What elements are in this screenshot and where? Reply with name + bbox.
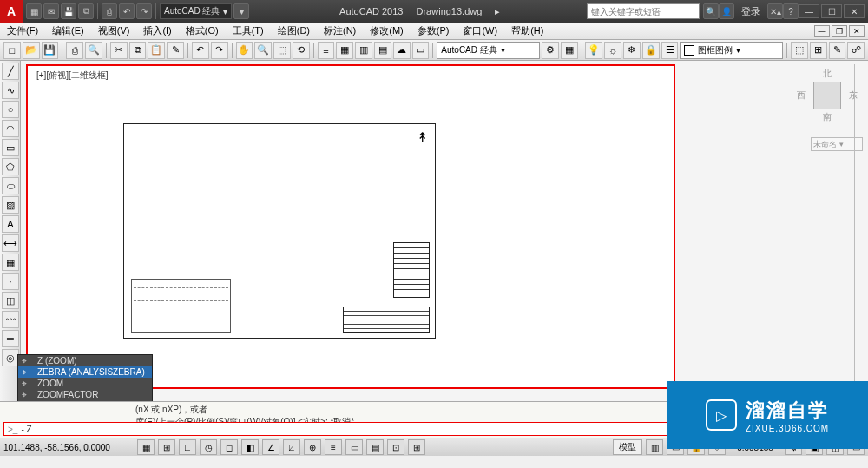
viewport-label[interactable]: [+][俯视][二维线框] xyxy=(36,69,108,82)
menu-item[interactable]: 编辑(E) xyxy=(45,23,91,39)
search-button-icon[interactable]: 🔍 xyxy=(703,3,719,19)
tool-paste-icon[interactable]: 📋 xyxy=(148,42,165,59)
viewcube-north[interactable]: 北 xyxy=(797,68,858,80)
tool-open-icon[interactable]: 📂 xyxy=(23,42,40,59)
tool-sheetset-icon[interactable]: ▤ xyxy=(374,42,391,59)
maximize-button[interactable]: ☐ xyxy=(821,4,842,18)
draw-point-icon[interactable]: · xyxy=(2,273,19,290)
viewcube-south[interactable]: 南 xyxy=(797,111,858,123)
tool-edit-icon[interactable]: ✎ xyxy=(829,42,846,59)
menu-item[interactable]: 参数(P) xyxy=(411,23,457,39)
draw-dim-icon[interactable]: ⟷ xyxy=(2,234,19,252)
draw-rect-icon[interactable]: ▭ xyxy=(2,139,19,156)
tool-redo-icon[interactable]: ↷ xyxy=(211,42,228,59)
tool-plot-icon[interactable]: ⎙ xyxy=(66,42,83,59)
draw-line-icon[interactable]: ╱ xyxy=(2,63,19,80)
dyn-toggle[interactable]: ⊕ xyxy=(304,439,321,455)
tool-copy-icon[interactable]: ⧉ xyxy=(129,42,147,59)
menu-item[interactable]: 帮助(H) xyxy=(504,23,550,39)
menu-item[interactable]: 修改(M) xyxy=(363,23,411,39)
menu-item[interactable]: 文件(F) xyxy=(0,23,45,39)
autocomplete-item[interactable]: ⌖ZOOMFACTOR xyxy=(18,389,152,400)
tool-layerstate-icon[interactable]: ☰ xyxy=(661,42,679,59)
otrack-toggle[interactable]: ∠ xyxy=(262,439,279,455)
am-toggle[interactable]: ⊞ xyxy=(408,439,425,455)
draw-hatch-icon[interactable]: ▨ xyxy=(2,196,19,214)
draw-region-icon[interactable]: ◫ xyxy=(2,292,19,309)
model-tab[interactable]: 模型 xyxy=(613,439,642,455)
viewcube-west[interactable]: 西 xyxy=(797,89,806,102)
right-scrollbar[interactable] xyxy=(854,64,866,389)
qat-new-icon[interactable]: ▦ xyxy=(26,3,42,19)
qat-more-icon[interactable]: ▾ xyxy=(233,3,249,19)
tool-layeriso-icon[interactable]: 💡 xyxy=(585,42,602,59)
draw-polygon-icon[interactable]: ⬠ xyxy=(2,158,19,175)
layer-dropdown[interactable]: 图框图例 ▾ xyxy=(680,42,783,59)
tool-preview-icon[interactable]: 🔍 xyxy=(85,42,102,59)
tool-markup-icon[interactable]: ☁ xyxy=(393,42,411,59)
autocomplete-item[interactable]: ⌖ZEBRA (ANALYSISZEBRA) xyxy=(18,366,152,378)
draw-spline-icon[interactable]: 〰 xyxy=(2,311,19,328)
tool-xref-icon[interactable]: ☍ xyxy=(847,42,865,59)
app-icon[interactable]: A xyxy=(0,0,23,23)
coordinates[interactable]: 101.1488, -58.1566, 0.0000 xyxy=(3,443,134,452)
tool-insert-icon[interactable]: ⊞ xyxy=(810,42,827,59)
osnap-toggle[interactable]: ◻ xyxy=(220,439,238,455)
workspace-dropdown-2[interactable]: AutoCAD 经典▾ xyxy=(437,42,540,59)
menu-item[interactable]: 绘图(D) xyxy=(271,23,317,39)
search-input[interactable] xyxy=(587,3,700,19)
tool-layerlock-icon[interactable]: 🔒 xyxy=(642,42,660,59)
menu-item[interactable]: 视图(V) xyxy=(91,23,137,39)
draw-circle-icon[interactable]: ○ xyxy=(2,101,19,118)
autocomplete-item[interactable]: ⌖Z (ZOOM) xyxy=(18,355,152,366)
sc-toggle[interactable]: ⊡ xyxy=(387,439,404,455)
viewcube-cube[interactable] xyxy=(813,82,841,109)
menu-item[interactable]: 标注(N) xyxy=(317,23,363,39)
tool-save-icon[interactable]: 💾 xyxy=(42,42,59,59)
ortho-toggle[interactable]: ∟ xyxy=(179,439,196,455)
qat-open-icon[interactable]: ✉ xyxy=(43,3,59,19)
tool-toolpalettes-icon[interactable]: ▥ xyxy=(355,42,372,59)
tool-quickcalc-icon[interactable]: ▭ xyxy=(412,42,430,59)
mdi-restore[interactable]: ❐ xyxy=(832,25,847,37)
snap-toggle[interactable]: ▦ xyxy=(137,439,155,455)
login-link[interactable]: 登录 xyxy=(741,5,760,18)
drawing-area[interactable]: [+][俯视][二维线框] ↟ 北 西 xyxy=(21,61,868,401)
qat-saveas-icon[interactable]: ⧉ xyxy=(78,3,94,19)
tool-ws-settings-icon[interactable]: ⚙ xyxy=(542,42,559,59)
command-input-text[interactable]: - Z xyxy=(21,425,31,434)
qat-redo-icon[interactable]: ↷ xyxy=(136,3,152,19)
autocomplete-item[interactable]: ⌖ZOOM xyxy=(18,378,152,389)
view-cube[interactable]: 北 西 东 南 xyxy=(797,68,858,123)
tool-layeroff-icon[interactable]: ☼ xyxy=(604,42,621,59)
tool-properties-icon[interactable]: ≡ xyxy=(318,42,335,59)
close-button[interactable]: ✕ xyxy=(844,4,865,18)
menu-item[interactable]: 插入(I) xyxy=(136,23,178,39)
grid-toggle[interactable]: ⊞ xyxy=(158,439,175,455)
menu-item[interactable]: 格式(O) xyxy=(179,23,226,39)
qat-undo-icon[interactable]: ↶ xyxy=(119,3,135,19)
tpy-toggle[interactable]: ▭ xyxy=(345,439,363,455)
qat-save-icon[interactable]: 💾 xyxy=(61,3,76,19)
draw-donut-icon[interactable]: ◎ xyxy=(2,349,19,366)
tool-zoomprev-icon[interactable]: ⟲ xyxy=(293,42,310,59)
tool-designcenter-icon[interactable]: ▦ xyxy=(336,42,353,59)
draw-pline-icon[interactable]: ∿ xyxy=(2,82,19,99)
tool-pan-icon[interactable]: ✋ xyxy=(236,42,253,59)
workspace-dropdown[interactable]: AutoCAD 经典 ▾ xyxy=(160,3,232,19)
help-icon[interactable]: ? xyxy=(783,3,799,19)
qp-toggle[interactable]: ▤ xyxy=(366,439,384,455)
menu-item[interactable]: 工具(T) xyxy=(226,23,271,39)
draw-arc-icon[interactable]: ◠ xyxy=(2,120,19,137)
tool-zoom-icon[interactable]: 🔍 xyxy=(254,42,272,59)
exchange-icon[interactable]: ✕▴ xyxy=(767,3,783,19)
draw-ellipse-icon[interactable]: ⬭ xyxy=(2,177,19,194)
layout-quick-icon[interactable]: ▥ xyxy=(646,439,663,455)
lwt-toggle[interactable]: ≡ xyxy=(325,439,342,455)
minimize-button[interactable]: — xyxy=(799,4,819,18)
menu-item[interactable]: 窗口(W) xyxy=(456,23,504,39)
tool-layerfreeze-icon[interactable]: ❄ xyxy=(623,42,641,59)
draw-mline-icon[interactable]: ═ xyxy=(2,330,19,347)
qat-plot-icon[interactable]: ⎙ xyxy=(102,3,117,19)
tool-zoomwin-icon[interactable]: ⬚ xyxy=(273,42,291,59)
